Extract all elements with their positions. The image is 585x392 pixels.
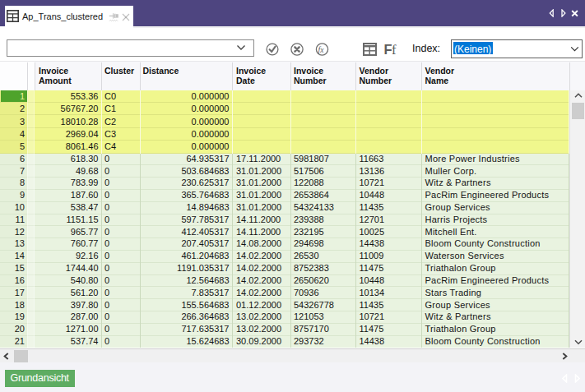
svg-text:fx: fx xyxy=(318,44,325,53)
